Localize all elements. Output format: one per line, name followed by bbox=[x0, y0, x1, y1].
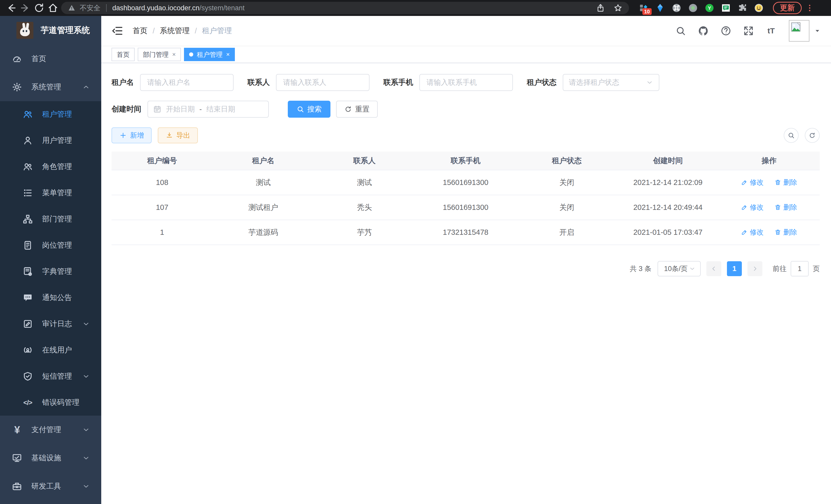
edit-link[interactable]: 修改 bbox=[741, 178, 764, 187]
sidebar-item-sms[interactable]: 短信管理 bbox=[0, 363, 101, 389]
page-number-1[interactable]: 1 bbox=[727, 261, 742, 276]
chevron-down-icon bbox=[82, 426, 90, 434]
start-date-placeholder[interactable]: 开始日期 bbox=[166, 104, 195, 114]
table-toolbar: 新增 导出 bbox=[112, 127, 820, 143]
reset-button[interactable]: 重置 bbox=[336, 101, 378, 118]
message-icon bbox=[23, 293, 33, 303]
extension-y-icon[interactable]: Y bbox=[705, 3, 714, 13]
tab-close-icon[interactable]: × bbox=[226, 51, 230, 58]
sidebar-item-notice[interactable]: 通知公告 bbox=[0, 285, 101, 311]
tab-dept[interactable]: 部门管理 × bbox=[138, 48, 181, 61]
add-button[interactable]: 新增 bbox=[112, 127, 152, 143]
extension-chat-icon[interactable] bbox=[721, 3, 731, 13]
mobile-input[interactable] bbox=[419, 74, 513, 91]
sidebar-item-tenant[interactable]: 租户管理 bbox=[0, 101, 101, 127]
bookmark-star-icon[interactable] bbox=[613, 4, 622, 12]
col-tenant-id: 租户编号 bbox=[112, 152, 213, 170]
help-icon[interactable] bbox=[720, 25, 731, 36]
cell-status: 关闭 bbox=[516, 170, 618, 195]
cell-tenant-id: 107 bbox=[112, 195, 213, 220]
sidebar-menu-bottom: ¥ 支付管理 基础设施 研发工具 bbox=[0, 416, 101, 500]
extension-kite-icon[interactable] bbox=[655, 3, 665, 13]
end-date-placeholder[interactable]: 结束日期 bbox=[206, 104, 235, 114]
breadcrumb-home[interactable]: 首页 bbox=[133, 26, 147, 36]
refresh-table-button[interactable] bbox=[805, 128, 820, 143]
profile-emoji-icon[interactable] bbox=[754, 3, 764, 13]
avatar-caret-down-icon[interactable] bbox=[814, 28, 821, 34]
sidebar-item-user[interactable]: 用户管理 bbox=[0, 127, 101, 154]
delete-link[interactable]: 删除 bbox=[774, 178, 797, 187]
tenant-table: 租户编号 租户名 联系人 联系手机 租户状态 创建时间 操作 108 测试 测试 bbox=[112, 152, 820, 245]
sidebar-item-label: 审计日志 bbox=[42, 319, 72, 329]
tenant-name-input[interactable] bbox=[140, 74, 234, 91]
collapse-sidebar-icon[interactable] bbox=[112, 25, 123, 37]
sidebar-item-infra[interactable]: 基础设施 bbox=[0, 444, 101, 472]
fullscreen-icon[interactable] bbox=[743, 25, 754, 36]
sidebar-item-error-code[interactable]: </> 错误码管理 bbox=[0, 389, 101, 416]
search-icon[interactable] bbox=[675, 25, 686, 36]
sidebar-item-role[interactable]: 角色管理 bbox=[0, 154, 101, 180]
topbar: 首页 / 系统管理 / 租户管理 tT bbox=[101, 16, 831, 46]
download-icon bbox=[166, 131, 173, 139]
share-icon[interactable] bbox=[596, 4, 605, 12]
breadcrumb-separator: / bbox=[195, 27, 197, 35]
sidebar-item-system[interactable]: 系统管理 bbox=[0, 73, 101, 101]
org-tree-icon bbox=[23, 214, 33, 224]
sidebar-submenu-system: 租户管理 用户管理 角色管理 菜单管理 部门管理 岗位管理 bbox=[0, 101, 101, 416]
edit-link[interactable]: 修改 bbox=[741, 228, 764, 237]
chevron-down-icon bbox=[689, 265, 695, 272]
table-header-row: 租户编号 租户名 联系人 联系手机 租户状态 创建时间 操作 bbox=[112, 152, 820, 170]
tab-tenant[interactable]: 租户管理 × bbox=[184, 48, 235, 61]
chevron-down-icon bbox=[82, 454, 90, 462]
app-logo bbox=[17, 22, 33, 39]
sidebar-item-dict[interactable]: 字典管理 bbox=[0, 259, 101, 285]
cell-created: 2021-12-14 20:49:44 bbox=[618, 195, 719, 220]
sidebar-item-pay[interactable]: ¥ 支付管理 bbox=[0, 416, 101, 444]
github-icon[interactable] bbox=[698, 25, 709, 36]
sidebar-item-post[interactable]: 岗位管理 bbox=[0, 232, 101, 259]
sidebar-item-dev-tools[interactable]: 研发工具 bbox=[0, 472, 101, 500]
address-bar[interactable]: 不安全 dashboard.yudao.iocoder.cn/system/te… bbox=[61, 2, 629, 14]
font-size-icon[interactable]: tT bbox=[766, 25, 776, 36]
security-warning-icon[interactable] bbox=[68, 4, 76, 12]
contact-input[interactable] bbox=[276, 74, 370, 91]
avatar[interactable] bbox=[789, 20, 809, 41]
page-size-select[interactable]: 10条/页 bbox=[658, 261, 701, 276]
browser-reload-icon[interactable] bbox=[33, 2, 45, 13]
browser-forward-icon[interactable] bbox=[20, 2, 31, 13]
prev-page-button[interactable] bbox=[706, 261, 721, 276]
export-button[interactable]: 导出 bbox=[158, 127, 198, 143]
extension-badge-icon[interactable]: 10 bbox=[639, 3, 649, 13]
edit-link[interactable]: 修改 bbox=[741, 203, 764, 212]
delete-link[interactable]: 删除 bbox=[774, 203, 797, 212]
status-select[interactable]: 请选择租户状态 bbox=[563, 74, 659, 91]
chrome-menu-kebab-icon[interactable] bbox=[805, 4, 814, 12]
page-unit-label: 页 bbox=[813, 264, 820, 273]
extension-command-icon[interactable] bbox=[672, 3, 682, 13]
sidebar-item-menu[interactable]: 菜单管理 bbox=[0, 180, 101, 206]
delete-link[interactable]: 删除 bbox=[774, 228, 797, 237]
create-time-range-picker[interactable]: 开始日期 - 结束日期 bbox=[147, 101, 269, 118]
search-button[interactable]: 搜索 bbox=[288, 101, 331, 118]
goto-page-input[interactable] bbox=[791, 261, 809, 276]
sidebar-item-online-user[interactable]: 在线用户 bbox=[0, 337, 101, 363]
browser-back-icon[interactable] bbox=[6, 2, 17, 13]
sidebar-item-home[interactable]: 首页 bbox=[0, 45, 101, 73]
cell-tenant-name: 芋道源码 bbox=[213, 220, 314, 245]
sidebar-logo-row[interactable]: 芋道管理系统 bbox=[0, 16, 101, 45]
sidebar-item-label: 字典管理 bbox=[42, 266, 72, 277]
breadcrumb-system[interactable]: 系统管理 bbox=[160, 26, 190, 36]
browser-home-icon[interactable] bbox=[47, 2, 59, 13]
toggle-search-button[interactable] bbox=[784, 128, 799, 143]
chevron-right-icon bbox=[752, 265, 758, 272]
tab-close-icon[interactable]: × bbox=[172, 51, 176, 58]
extension-dot-circle-icon[interactable] bbox=[688, 3, 698, 13]
next-page-button[interactable] bbox=[747, 261, 763, 276]
col-mobile: 联系手机 bbox=[415, 152, 516, 170]
tab-home[interactable]: 首页 bbox=[112, 48, 135, 61]
sidebar-item-audit-log[interactable]: 审计日志 bbox=[0, 311, 101, 337]
tab-label: 首页 bbox=[117, 50, 130, 59]
sidebar-item-dept[interactable]: 部门管理 bbox=[0, 206, 101, 232]
extensions-puzzle-icon[interactable] bbox=[738, 3, 747, 13]
chrome-update-button[interactable]: 更新 bbox=[773, 2, 802, 14]
